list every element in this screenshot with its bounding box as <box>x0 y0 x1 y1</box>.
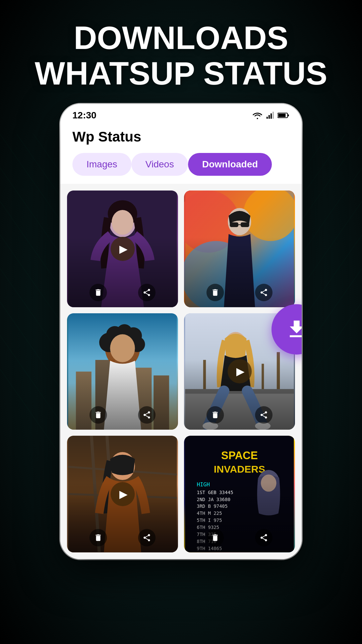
app-header: Wp Status <box>60 123 302 153</box>
delete-button[interactable] <box>206 406 224 424</box>
play-button[interactable]: ▶ <box>228 359 252 383</box>
svg-rect-23 <box>278 114 286 117</box>
card-actions <box>184 529 295 546</box>
card-actions <box>184 284 295 301</box>
phone-mockup: 12:30 <box>60 104 302 559</box>
svg-rect-24 <box>288 114 289 116</box>
delete-button[interactable] <box>89 284 107 301</box>
media-card[interactable] <box>67 313 178 430</box>
delete-button[interactable] <box>206 529 224 546</box>
status-icons <box>252 111 290 119</box>
media-card[interactable]: SPACE INVADERS HIGH 1ST GEB 33445 2ND JA… <box>184 436 295 552</box>
tab-images[interactable]: Images <box>72 153 131 176</box>
content-area: ▶ <box>60 184 302 559</box>
wifi-icon <box>252 111 263 119</box>
svg-rect-20 <box>270 113 272 119</box>
share-button[interactable] <box>255 406 273 424</box>
delete-button[interactable] <box>206 284 224 301</box>
battery-icon <box>278 111 290 119</box>
status-time: 12:30 <box>72 110 97 121</box>
promo-header: DOWNLOADS WHATSUP STATUS <box>0 20 362 91</box>
share-button[interactable] <box>255 284 273 301</box>
phone-frame: 12:30 <box>60 104 302 559</box>
svg-rect-18 <box>266 117 268 119</box>
delete-button[interactable] <box>89 529 107 546</box>
svg-rect-19 <box>268 115 270 119</box>
tab-videos[interactable]: Videos <box>131 153 188 176</box>
media-card[interactable]: ▶ <box>67 191 178 307</box>
signal-icon <box>265 111 275 119</box>
share-button[interactable] <box>138 406 156 424</box>
share-button[interactable] <box>255 529 273 546</box>
app-title: Wp Status <box>72 129 141 145</box>
share-button[interactable] <box>138 284 156 301</box>
svg-rect-21 <box>273 112 274 119</box>
tabs-container: Images Videos Downloaded <box>60 153 302 184</box>
tab-downloaded[interactable]: Downloaded <box>188 153 272 176</box>
card-actions <box>184 406 295 424</box>
share-button[interactable] <box>138 529 156 546</box>
status-bar: 12:30 <box>60 104 302 123</box>
media-grid: ▶ <box>67 191 295 552</box>
play-button[interactable]: ▶ <box>111 237 135 261</box>
media-card[interactable]: ▶ <box>67 436 178 552</box>
card-actions <box>67 284 178 301</box>
media-card[interactable] <box>184 191 295 307</box>
header-line1: DOWNLOADS <box>74 20 288 56</box>
card-actions <box>67 529 178 546</box>
header-line2: WHATSUP STATUS <box>35 55 327 91</box>
delete-button[interactable] <box>89 406 107 424</box>
download-icon <box>285 318 302 341</box>
card-actions <box>67 406 178 424</box>
play-button[interactable]: ▶ <box>111 482 135 506</box>
